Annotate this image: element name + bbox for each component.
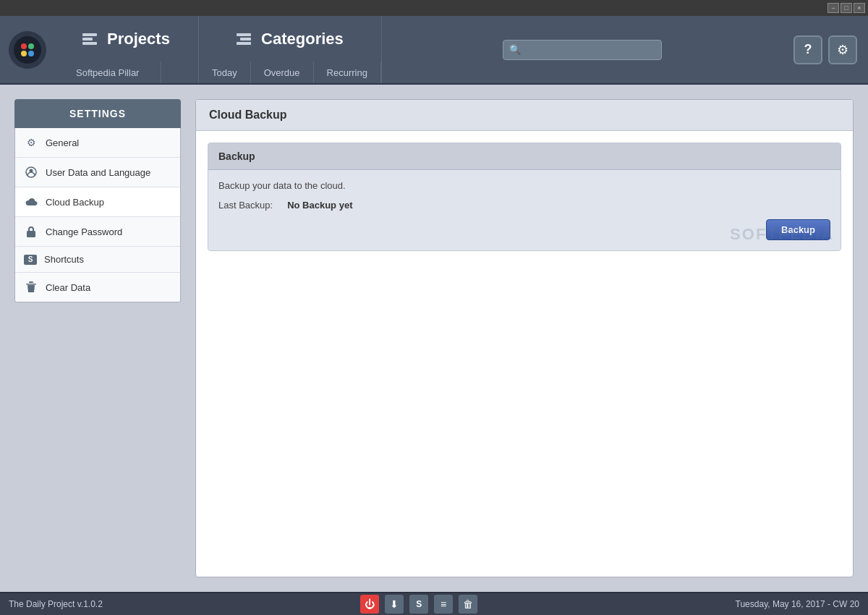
backup-section: Backup Backup your data to the cloud. La…	[208, 143, 841, 251]
sidebar-item-shortcuts[interactable]: S Shortcuts	[15, 247, 180, 273]
help-button[interactable]: ?	[793, 35, 822, 64]
backup-section-wrap: Backup Backup your data to the cloud. La…	[208, 143, 841, 251]
list-icon-button[interactable]: ≡	[434, 595, 453, 614]
search-icon: 🔍	[509, 44, 521, 55]
backup-button[interactable]: Backup	[766, 219, 830, 240]
search-box: 🔍	[503, 40, 662, 60]
panel-title: Cloud Backup	[196, 100, 853, 131]
content-panel: Cloud Backup Backup Backup your data to …	[195, 99, 854, 577]
gear-icon: ⚙	[837, 42, 848, 58]
panel-body: Backup Backup your data to the cloud. La…	[196, 131, 853, 263]
version-text: The Daily Project v.1.0.2	[9, 599, 103, 609]
settings-sidebar: SETTINGS ⚙ General User Data and Languag…	[14, 99, 181, 577]
main-content: SETTINGS ⚙ General User Data and Languag…	[0, 85, 868, 592]
backup-section-body: Backup your data to the cloud. Last Back…	[208, 170, 841, 250]
sidebar-item-cloud-backup[interactable]: Cloud Backup	[15, 187, 180, 217]
sidebar-item-clear-data[interactable]: Clear Data	[15, 273, 180, 302]
projects-nav-button[interactable]: Projects	[54, 16, 198, 62]
power-icon-button[interactable]: ⏻	[360, 595, 379, 614]
svg-rect-4	[29, 281, 33, 283]
maximize-button[interactable]: □	[841, 3, 852, 13]
categories-nav-button[interactable]: Categories	[199, 16, 381, 62]
backup-section-heading: Backup	[208, 143, 841, 170]
datetime-text: Tuesday, May 16, 2017 - CW 20	[736, 599, 859, 609]
cloud-icon	[24, 195, 38, 209]
keyboard-icon: S	[24, 255, 37, 265]
minimize-button[interactable]: −	[827, 3, 839, 13]
title-bar: − □ ×	[0, 0, 868, 16]
projects-icon	[82, 33, 97, 45]
svg-rect-2	[27, 231, 35, 237]
help-icon: ?	[804, 42, 812, 57]
last-backup-value: No Backup yet	[287, 200, 830, 211]
status-icons: ⏻ ⬇ S ≡ 🗑	[360, 595, 477, 614]
header-actions: ? ⚙	[783, 16, 868, 83]
tab-overdue[interactable]: Overdue	[251, 62, 314, 83]
trash-icon-button[interactable]: 🗑	[459, 595, 477, 614]
sidebar-item-general[interactable]: ⚙ General	[15, 128, 180, 158]
tab-today[interactable]: Today	[199, 62, 251, 83]
settings-title: SETTINGS	[14, 99, 181, 128]
close-button[interactable]: ×	[854, 3, 865, 13]
download-icon-button[interactable]: ⬇	[385, 595, 404, 614]
settings-button[interactable]: ⚙	[828, 35, 857, 64]
sidebar-item-change-password[interactable]: Change Password	[15, 217, 180, 247]
categories-section: Categories Today Overdue Recurring	[199, 16, 382, 83]
categories-icon	[237, 33, 251, 45]
projects-section: Projects Softpedia Pillar	[54, 16, 199, 83]
last-backup-label: Last Backup:	[218, 200, 273, 211]
backup-info-row: Last Backup: No Backup yet	[218, 200, 830, 211]
keyboard-icon-button[interactable]: S	[409, 595, 428, 614]
projects-label: Projects	[107, 30, 170, 48]
trash-icon	[24, 280, 38, 294]
categories-label: Categories	[261, 30, 344, 48]
lock-icon	[24, 224, 38, 239]
tab-recurring[interactable]: Recurring	[314, 62, 381, 83]
backup-description: Backup your data to the cloud.	[218, 180, 830, 191]
svg-rect-3	[26, 284, 36, 285]
sidebar-item-user-data[interactable]: User Data and Language	[15, 158, 180, 187]
user-circle-icon	[24, 165, 38, 179]
search-section: 🔍	[382, 16, 783, 83]
backup-button-row: Backup	[218, 219, 830, 240]
gear-icon: ⚙	[24, 135, 38, 150]
search-input[interactable]	[525, 44, 655, 55]
app-logo	[0, 16, 54, 83]
header: Projects Softpedia Pillar Categories Tod…	[0, 16, 868, 85]
status-bar: The Daily Project v.1.0.2 ⏻ ⬇ S ≡ 🗑 Tues…	[0, 592, 868, 615]
tab-softpedia-pillar[interactable]: Softpedia Pillar	[54, 62, 161, 83]
sidebar-items-list: ⚙ General User Data and Language	[14, 128, 181, 302]
